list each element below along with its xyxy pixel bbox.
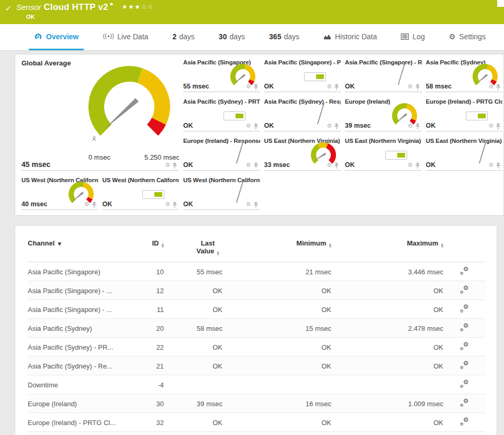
channel-minimum: 15 msec	[222, 319, 331, 338]
gauge-tile: US East (Northern Virginia) - ...OK⚙	[345, 136, 422, 171]
channel-row[interactable]: Europe (Ireland) - Respon...31OKOKOK⚙⚙	[28, 432, 485, 435]
gauge-settings-gear-icon[interactable]: ⚙	[488, 124, 494, 129]
gauge-settings-gear-icon[interactable]: ⚙	[165, 202, 170, 207]
channel-row[interactable]: Asia Pacific (Singapore) - ...11OKOKOK⚙⚙	[28, 300, 485, 319]
gauge-tile: Asia Pacific (Sydney)58 msec⚙	[426, 58, 503, 92]
channel-minimum: OK	[222, 356, 331, 375]
channel-row[interactable]: Asia Pacific (Sydney) - Re...21OKOKOK⚙⚙	[28, 356, 485, 375]
pin-tile-icon[interactable]	[415, 123, 420, 129]
tile-icon-group: ⚙	[327, 123, 339, 129]
needle-indicator	[236, 182, 243, 203]
gauge-settings-gear-icon[interactable]: ⚙	[488, 84, 494, 90]
pin-tile-icon[interactable]	[496, 162, 501, 169]
star-filled-icon[interactable]: ★	[122, 3, 128, 10]
star-filled-icon[interactable]: ★	[135, 3, 141, 10]
pin-tile-icon[interactable]	[496, 84, 501, 90]
channel-settings-icon[interactable]: ⚙⚙	[460, 267, 469, 275]
channel-row[interactable]: Asia Pacific (Singapore) - ...12OKOKOK⚙⚙	[28, 281, 485, 300]
channel-name: Asia Pacific (Sydney) - PR...	[28, 338, 132, 356]
gauge-settings-gear-icon[interactable]: ⚙	[327, 124, 332, 129]
pin-tile-icon[interactable]	[253, 123, 259, 129]
pin-tile-icon[interactable]	[92, 202, 97, 208]
tile-value: OK	[183, 200, 193, 208]
gauge-settings-gear-icon[interactable]: ⚙	[246, 84, 251, 90]
status-check-icon: ✓	[5, 4, 12, 13]
tab-settings[interactable]: ⚙Settings	[444, 24, 491, 50]
tile-title: US West (Northern California)...	[183, 175, 260, 183]
channel-settings-icon[interactable]: ⚙⚙	[460, 342, 469, 350]
column-header-last-value[interactable]: Last Value▲▼	[164, 232, 222, 262]
pin-tile-icon[interactable]	[253, 84, 259, 90]
gauge-settings-gear-icon[interactable]: ⚙	[408, 84, 413, 90]
gauge-settings-gear-icon[interactable]: ⚙	[165, 163, 170, 168]
channel-settings-icon[interactable]: ⚙⚙	[460, 399, 469, 407]
channel-settings-icon[interactable]: ⚙⚙	[460, 361, 469, 369]
pin-tile-icon[interactable]	[253, 162, 259, 169]
tab-365-days[interactable]: 365days	[264, 24, 305, 50]
channel-settings-icon[interactable]: ⚙⚙	[460, 305, 469, 313]
tab-bar: Overview((•))Live Data2days30days365days…	[0, 24, 504, 51]
tab-log[interactable]: Log	[396, 24, 430, 50]
flag-icon[interactable]: ⚑	[109, 2, 114, 7]
gauge-tile: US East (Northern Virginia)33 msec⚙	[264, 136, 341, 171]
tile-icon-group: ⚙	[408, 123, 420, 129]
pin-tile-icon[interactable]	[496, 123, 501, 129]
svg-text:x̄: x̄	[92, 135, 96, 142]
channel-last-value: 58 msec	[164, 319, 222, 338]
channel-row[interactable]: Europe (Ireland) - PRTG Cl...32OKOKOK⚙⚙	[28, 413, 485, 432]
pin-tile-icon[interactable]	[334, 162, 339, 169]
main-content: Global Average x̄ 0 msec 5.250 msec 45 m…	[0, 51, 504, 435]
pin-tile-icon[interactable]	[415, 162, 420, 169]
star-empty-icon[interactable]: ☆	[141, 3, 148, 10]
needle-indicator	[398, 64, 405, 85]
channel-settings-icon[interactable]: ⚙⚙	[460, 418, 469, 426]
column-header-maximum[interactable]: Maximum▲▼	[331, 232, 443, 262]
gauge-settings-gear-icon[interactable]: ⚙	[408, 163, 413, 168]
tab-label: days	[229, 32, 245, 41]
pin-tile-icon[interactable]	[172, 162, 177, 169]
pin-tile-icon[interactable]	[172, 202, 177, 208]
gauge-settings-gear-icon[interactable]: ⚙	[327, 163, 332, 168]
switch-knob	[236, 114, 243, 118]
channel-row[interactable]: Asia Pacific (Sydney) - PR...22OKOKOK⚙⚙	[28, 338, 485, 356]
channel-row[interactable]: Asia Pacific (Sydney)2058 msec15 msec2.4…	[28, 319, 485, 338]
tile-icon-group: ⚙	[408, 84, 420, 90]
switch-knob	[478, 114, 486, 118]
channel-row[interactable]: Asia Pacific (Singapore)1055 msec21 msec…	[28, 262, 485, 281]
channel-settings-icon[interactable]: ⚙⚙	[460, 380, 469, 388]
star-empty-icon[interactable]: ☆	[148, 3, 154, 10]
pin-tile-icon[interactable]	[415, 84, 420, 90]
gauge-settings-gear-icon[interactable]: ⚙	[246, 124, 251, 129]
channel-settings-icon[interactable]: ⚙⚙	[460, 324, 469, 331]
gauge-settings-gear-icon[interactable]: ⚙	[408, 124, 413, 129]
pin-tile-icon[interactable]	[253, 202, 259, 208]
gauge-settings-gear-icon[interactable]: ⚙	[246, 163, 251, 168]
tab-30-days[interactable]: 30days	[214, 24, 250, 50]
gauge-settings-gear-icon[interactable]: ⚙	[488, 163, 494, 168]
tab-label: Settings	[459, 32, 486, 41]
tab-2-days[interactable]: 2days	[167, 24, 199, 50]
channel-settings-icon[interactable]: ⚙⚙	[460, 286, 469, 294]
sort-both-icon: ▲▼	[161, 243, 164, 248]
channel-actions-cell: ⚙⚙	[443, 375, 485, 394]
tile-value: OK	[264, 122, 274, 129]
channel-id: -4	[132, 375, 164, 394]
column-header-minimum[interactable]: Minimum▲▼	[222, 232, 331, 262]
column-label: Maximum	[407, 239, 438, 247]
gauge-settings-gear-icon[interactable]: ⚙	[84, 202, 89, 207]
tab-live-data[interactable]: ((•))Live Data	[97, 24, 153, 50]
pin-tile-icon[interactable]	[334, 123, 339, 129]
star-filled-icon[interactable]: ★	[128, 3, 135, 10]
priority-stars[interactable]: ★★★☆☆	[122, 3, 154, 10]
column-header-channel[interactable]: Channel▼	[28, 232, 132, 262]
column-header-id[interactable]: ID▲▼	[132, 232, 164, 262]
tab-overview[interactable]: Overview	[29, 24, 84, 50]
gauge-settings-gear-icon[interactable]: ⚙	[327, 84, 332, 90]
gauge-settings-gear-icon[interactable]: ⚙	[246, 202, 251, 207]
binary-state-switch	[223, 111, 245, 120]
tab-historic-data[interactable]: Historic Data	[318, 24, 382, 50]
channel-row[interactable]: Europe (Ireland)3039 msec16 msec1.009 ms…	[28, 394, 485, 413]
pin-tile-icon[interactable]	[334, 84, 339, 90]
gauge-tile: US East (Northern Virginia) - ...OK⚙	[426, 136, 503, 171]
channel-row[interactable]: Downtime-4⚙⚙	[28, 375, 485, 394]
